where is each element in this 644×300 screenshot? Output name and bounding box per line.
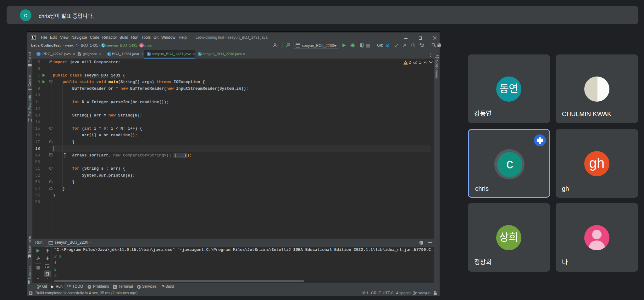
svg-text:m: m [140,44,143,47]
svg-text:C: C [37,53,40,56]
